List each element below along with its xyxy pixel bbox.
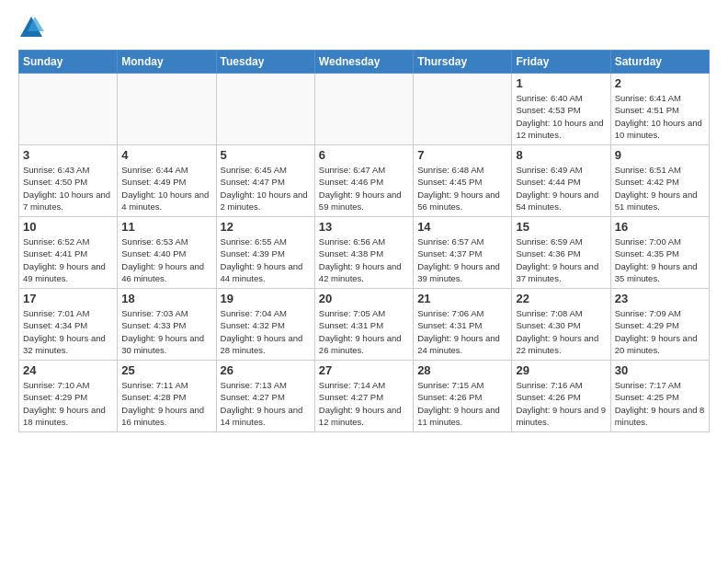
day-header-monday: Monday bbox=[118, 51, 216, 74]
calendar-week-4: 17Sunrise: 7:01 AM Sunset: 4:34 PM Dayli… bbox=[19, 289, 710, 361]
day-number: 22 bbox=[516, 292, 606, 305]
calendar-cell: 16Sunrise: 7:00 AM Sunset: 4:35 PM Dayli… bbox=[610, 217, 709, 289]
day-info: Sunrise: 7:00 AM Sunset: 4:35 PM Dayligh… bbox=[615, 236, 705, 284]
day-info: Sunrise: 7:14 AM Sunset: 4:27 PM Dayligh… bbox=[319, 379, 409, 428]
day-number: 29 bbox=[516, 363, 606, 377]
day-info: Sunrise: 7:09 AM Sunset: 4:29 PM Dayligh… bbox=[615, 307, 705, 356]
calendar-cell: 3Sunrise: 6:43 AM Sunset: 4:50 PM Daylig… bbox=[19, 145, 118, 217]
calendar-cell: 18Sunrise: 7:03 AM Sunset: 4:33 PM Dayli… bbox=[118, 289, 216, 361]
day-info: Sunrise: 6:59 AM Sunset: 4:36 PM Dayligh… bbox=[516, 236, 606, 284]
calendar-cell: 17Sunrise: 7:01 AM Sunset: 4:34 PM Dayli… bbox=[19, 289, 118, 361]
day-info: Sunrise: 7:13 AM Sunset: 4:27 PM Dayligh… bbox=[221, 379, 311, 428]
day-number: 23 bbox=[615, 292, 705, 305]
day-number: 30 bbox=[615, 363, 705, 377]
calendar-cell: 13Sunrise: 6:56 AM Sunset: 4:38 PM Dayli… bbox=[314, 217, 413, 289]
day-info: Sunrise: 7:04 AM Sunset: 4:32 PM Dayligh… bbox=[221, 307, 311, 356]
calendar-cell: 24Sunrise: 7:10 AM Sunset: 4:29 PM Dayli… bbox=[19, 361, 118, 432]
calendar-cell: 6Sunrise: 6:47 AM Sunset: 4:46 PM Daylig… bbox=[314, 145, 413, 217]
day-header-friday: Friday bbox=[512, 51, 610, 74]
header bbox=[18, 15, 710, 40]
calendar-cell bbox=[314, 74, 413, 145]
day-number: 24 bbox=[23, 363, 113, 377]
day-info: Sunrise: 6:48 AM Sunset: 4:45 PM Dayligh… bbox=[417, 164, 507, 213]
day-number: 26 bbox=[221, 363, 311, 377]
page: SundayMondayTuesdayWednesdayThursdayFrid… bbox=[0, 0, 728, 563]
day-number: 3 bbox=[23, 148, 113, 162]
calendar-week-3: 10Sunrise: 6:52 AM Sunset: 4:41 PM Dayli… bbox=[19, 217, 710, 289]
day-info: Sunrise: 6:56 AM Sunset: 4:38 PM Dayligh… bbox=[319, 236, 409, 284]
calendar-cell: 2Sunrise: 6:41 AM Sunset: 4:51 PM Daylig… bbox=[610, 74, 709, 145]
calendar-cell: 29Sunrise: 7:16 AM Sunset: 4:26 PM Dayli… bbox=[512, 361, 610, 432]
calendar-cell: 28Sunrise: 7:15 AM Sunset: 4:26 PM Dayli… bbox=[414, 361, 512, 432]
day-number: 6 bbox=[319, 148, 409, 162]
day-number: 4 bbox=[121, 148, 211, 162]
day-info: Sunrise: 7:05 AM Sunset: 4:31 PM Dayligh… bbox=[319, 307, 409, 356]
calendar-cell bbox=[19, 74, 118, 145]
calendar-cell: 23Sunrise: 7:09 AM Sunset: 4:29 PM Dayli… bbox=[610, 289, 709, 361]
calendar-week-5: 24Sunrise: 7:10 AM Sunset: 4:29 PM Dayli… bbox=[19, 361, 710, 432]
day-info: Sunrise: 7:11 AM Sunset: 4:28 PM Dayligh… bbox=[121, 379, 211, 428]
calendar-week-2: 3Sunrise: 6:43 AM Sunset: 4:50 PM Daylig… bbox=[19, 145, 710, 217]
day-number: 27 bbox=[319, 363, 409, 377]
calendar-cell: 11Sunrise: 6:53 AM Sunset: 4:40 PM Dayli… bbox=[118, 217, 216, 289]
calendar-header-row: SundayMondayTuesdayWednesdayThursdayFrid… bbox=[19, 51, 710, 74]
day-number: 20 bbox=[319, 292, 409, 305]
day-info: Sunrise: 7:01 AM Sunset: 4:34 PM Dayligh… bbox=[23, 307, 113, 356]
calendar-cell bbox=[414, 74, 512, 145]
calendar-cell: 9Sunrise: 6:51 AM Sunset: 4:42 PM Daylig… bbox=[610, 145, 709, 217]
day-info: Sunrise: 6:43 AM Sunset: 4:50 PM Dayligh… bbox=[23, 164, 113, 213]
day-info: Sunrise: 6:44 AM Sunset: 4:49 PM Dayligh… bbox=[121, 164, 211, 213]
day-info: Sunrise: 7:06 AM Sunset: 4:31 PM Dayligh… bbox=[417, 307, 507, 356]
day-info: Sunrise: 6:53 AM Sunset: 4:40 PM Dayligh… bbox=[121, 236, 211, 284]
calendar-cell bbox=[216, 74, 314, 145]
day-number: 25 bbox=[121, 363, 211, 377]
day-number: 16 bbox=[615, 220, 705, 234]
day-number: 2 bbox=[615, 76, 705, 90]
calendar-cell: 26Sunrise: 7:13 AM Sunset: 4:27 PM Dayli… bbox=[216, 361, 314, 432]
day-number: 1 bbox=[516, 76, 606, 90]
calendar-cell: 21Sunrise: 7:06 AM Sunset: 4:31 PM Dayli… bbox=[414, 289, 512, 361]
calendar-week-1: 1Sunrise: 6:40 AM Sunset: 4:53 PM Daylig… bbox=[19, 74, 710, 145]
day-info: Sunrise: 6:51 AM Sunset: 4:42 PM Dayligh… bbox=[615, 164, 705, 213]
day-info: Sunrise: 7:16 AM Sunset: 4:26 PM Dayligh… bbox=[516, 379, 606, 428]
day-number: 18 bbox=[121, 292, 211, 305]
day-header-wednesday: Wednesday bbox=[314, 51, 413, 74]
calendar-cell: 22Sunrise: 7:08 AM Sunset: 4:30 PM Dayli… bbox=[512, 289, 610, 361]
day-number: 11 bbox=[121, 220, 211, 234]
logo-icon bbox=[18, 15, 44, 40]
calendar-cell: 25Sunrise: 7:11 AM Sunset: 4:28 PM Dayli… bbox=[118, 361, 216, 432]
calendar-cell: 19Sunrise: 7:04 AM Sunset: 4:32 PM Dayli… bbox=[216, 289, 314, 361]
day-info: Sunrise: 6:49 AM Sunset: 4:44 PM Dayligh… bbox=[516, 164, 606, 213]
day-number: 7 bbox=[417, 148, 507, 162]
calendar-cell: 27Sunrise: 7:14 AM Sunset: 4:27 PM Dayli… bbox=[314, 361, 413, 432]
day-info: Sunrise: 6:52 AM Sunset: 4:41 PM Dayligh… bbox=[23, 236, 113, 284]
day-number: 28 bbox=[417, 363, 507, 377]
calendar-cell: 7Sunrise: 6:48 AM Sunset: 4:45 PM Daylig… bbox=[414, 145, 512, 217]
calendar-cell: 15Sunrise: 6:59 AM Sunset: 4:36 PM Dayli… bbox=[512, 217, 610, 289]
day-header-sunday: Sunday bbox=[19, 51, 118, 74]
day-number: 8 bbox=[516, 148, 606, 162]
day-number: 17 bbox=[23, 292, 113, 305]
calendar-cell: 14Sunrise: 6:57 AM Sunset: 4:37 PM Dayli… bbox=[414, 217, 512, 289]
day-number: 14 bbox=[417, 220, 507, 234]
day-header-saturday: Saturday bbox=[610, 51, 709, 74]
calendar-cell: 12Sunrise: 6:55 AM Sunset: 4:39 PM Dayli… bbox=[216, 217, 314, 289]
calendar-cell: 10Sunrise: 6:52 AM Sunset: 4:41 PM Dayli… bbox=[19, 217, 118, 289]
day-number: 10 bbox=[23, 220, 113, 234]
day-info: Sunrise: 6:47 AM Sunset: 4:46 PM Dayligh… bbox=[319, 164, 409, 213]
day-number: 12 bbox=[221, 220, 311, 234]
day-number: 21 bbox=[417, 292, 507, 305]
day-info: Sunrise: 6:57 AM Sunset: 4:37 PM Dayligh… bbox=[417, 236, 507, 284]
day-info: Sunrise: 7:03 AM Sunset: 4:33 PM Dayligh… bbox=[121, 307, 211, 356]
calendar-cell: 30Sunrise: 7:17 AM Sunset: 4:25 PM Dayli… bbox=[610, 361, 709, 432]
day-header-tuesday: Tuesday bbox=[216, 51, 314, 74]
day-info: Sunrise: 7:08 AM Sunset: 4:30 PM Dayligh… bbox=[516, 307, 606, 356]
day-number: 15 bbox=[516, 220, 606, 234]
calendar-cell: 5Sunrise: 6:45 AM Sunset: 4:47 PM Daylig… bbox=[216, 145, 314, 217]
day-info: Sunrise: 7:17 AM Sunset: 4:25 PM Dayligh… bbox=[615, 379, 705, 428]
day-header-thursday: Thursday bbox=[414, 51, 512, 74]
calendar-cell: 8Sunrise: 6:49 AM Sunset: 4:44 PM Daylig… bbox=[512, 145, 610, 217]
day-info: Sunrise: 6:55 AM Sunset: 4:39 PM Dayligh… bbox=[221, 236, 311, 284]
calendar-cell: 4Sunrise: 6:44 AM Sunset: 4:49 PM Daylig… bbox=[118, 145, 216, 217]
calendar-cell: 1Sunrise: 6:40 AM Sunset: 4:53 PM Daylig… bbox=[512, 74, 610, 145]
